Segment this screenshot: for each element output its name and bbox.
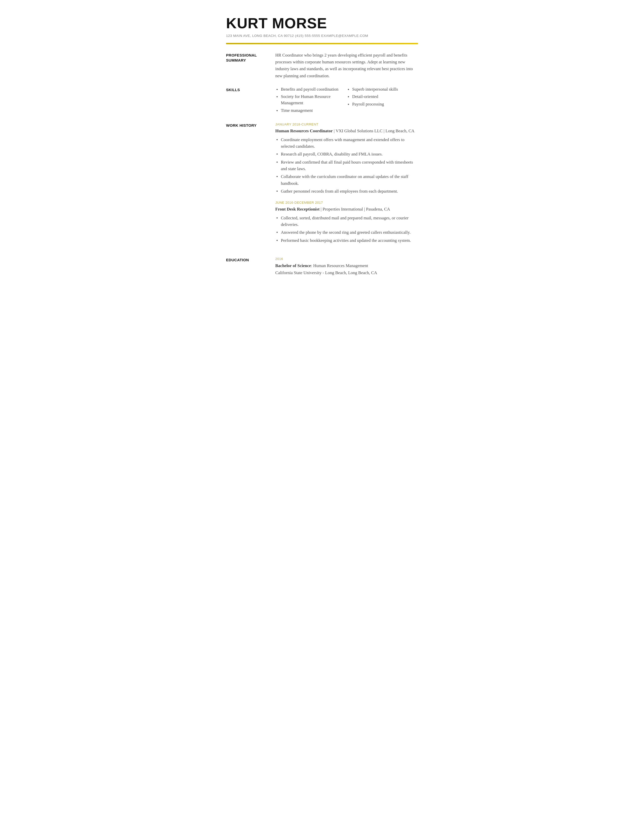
skills-content: Benefits and payroll coordination Societ…: [275, 86, 418, 122]
job-bullet: Collaborate with the curriculum coordina…: [275, 174, 418, 187]
skills-section: SKILLS Benefits and payroll coordination…: [226, 86, 418, 122]
job-title-1: Human Resources Coordinator: [275, 129, 333, 133]
job-date-2: JUNE 2016-DECEMBER 2017: [275, 200, 418, 205]
skill-item: Time management: [275, 108, 347, 114]
edu-field: : Human Resources Management: [311, 263, 368, 268]
job-bullet: Gather personnel records from all employ…: [275, 188, 418, 195]
job-bullet: Review and confirmed that all final paid…: [275, 159, 418, 172]
job-bullets-2: Collected, sorted, distributed mail and …: [275, 215, 418, 244]
job-company-2: | Properties International | Pasadena, C…: [321, 207, 390, 212]
summary-content: HR Coordinator who brings 2 years develo…: [275, 52, 418, 86]
resume-body: PROFESSIONAL SUMMARY HR Coordinator who …: [226, 52, 418, 283]
candidate-name: KURT MORSE: [226, 15, 418, 31]
work-history-section: WORK HISTORY JANUARY 2018-CURRENT Human …: [226, 122, 418, 256]
resume-header: KURT MORSE 123 MAIN AVE, LONG BEACH, CA …: [226, 15, 418, 39]
work-history-content: JANUARY 2018-CURRENT Human Resources Coo…: [275, 122, 418, 256]
work-history-label: WORK HISTORY: [226, 123, 268, 128]
job-title-line-2: Front Desk Receptionist | Properties Int…: [275, 206, 418, 212]
job-bullet: Collected, sorted, distributed mail and …: [275, 215, 418, 228]
skills-label: SKILLS: [226, 87, 268, 92]
summary-label-cell: PROFESSIONAL SUMMARY: [226, 52, 275, 86]
edu-school: California State University - Long Beach…: [275, 270, 418, 276]
summary-text: HR Coordinator who brings 2 years develo…: [275, 52, 418, 79]
skill-item: Benefits and payroll coordination: [275, 86, 347, 93]
job-bullet: Coordinate employment offers with manage…: [275, 137, 418, 150]
edu-degree-title: Bachelor of Science: [275, 263, 311, 268]
education-section: EDUCATION 2016 Bachelor of Science: Huma…: [226, 256, 418, 283]
skills-label-cell: SKILLS: [226, 86, 275, 122]
edu-degree: Bachelor of Science: Human Resources Man…: [275, 262, 418, 269]
education-content: 2016 Bachelor of Science: Human Resource…: [275, 256, 418, 283]
job-bullet: Answered the phone by the second ring an…: [275, 229, 418, 236]
summary-label: PROFESSIONAL SUMMARY: [226, 53, 268, 63]
skill-item: Superb interpersonal skills: [347, 86, 418, 93]
job-entry-2: JUNE 2016-DECEMBER 2017 Front Desk Recep…: [275, 200, 418, 244]
summary-section: PROFESSIONAL SUMMARY HR Coordinator who …: [226, 52, 418, 86]
job-title-line-1: Human Resources Coordinator | VXI Global…: [275, 128, 418, 134]
job-company-1: | VXI Global Solutions LLC | Long Beach,…: [334, 129, 415, 133]
job-bullets-1: Coordinate employment offers with manage…: [275, 137, 418, 195]
contact-info: 123 MAIN AVE, LONG BEACH, CA 90712 (415)…: [226, 33, 418, 39]
education-label: EDUCATION: [226, 257, 268, 262]
skill-item: Detail-oriented: [347, 94, 418, 100]
skill-item: Society for Human Resource Management: [275, 94, 347, 106]
skills-grid: Benefits and payroll coordination Societ…: [275, 86, 418, 115]
skills-col-1: Benefits and payroll coordination Societ…: [275, 86, 347, 115]
education-label-cell: EDUCATION: [226, 256, 275, 283]
job-title-2: Front Desk Receptionist: [275, 207, 319, 212]
edu-year: 2016: [275, 256, 418, 262]
skill-item: Payroll processing: [347, 101, 418, 108]
job-bullet: Performed basic bookkeeping activities a…: [275, 237, 418, 244]
work-history-label-cell: WORK HISTORY: [226, 122, 275, 256]
job-bullet: Research all payroll, COBRA, disability …: [275, 151, 418, 158]
gold-divider: [226, 43, 418, 44]
job-entry-1: JANUARY 2018-CURRENT Human Resources Coo…: [275, 122, 418, 195]
skills-col-2: Superb interpersonal skills Detail-orien…: [347, 86, 418, 115]
job-date-1: JANUARY 2018-CURRENT: [275, 122, 418, 127]
